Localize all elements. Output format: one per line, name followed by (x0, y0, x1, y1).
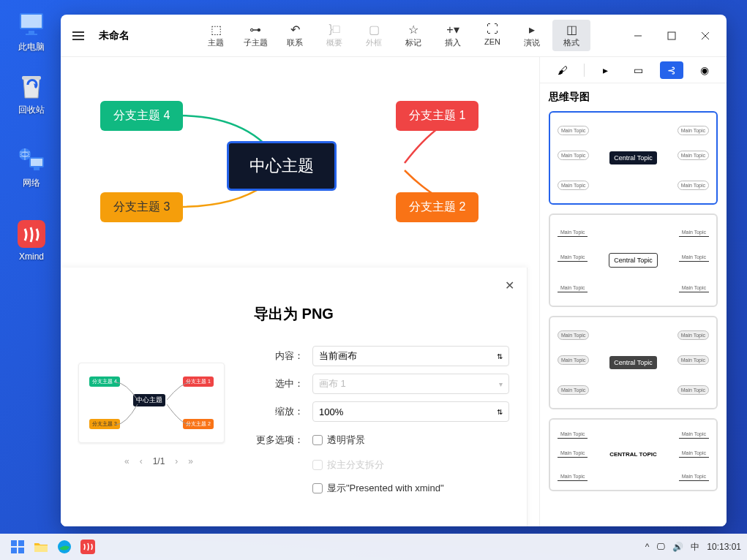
xmind-app-icon (80, 540, 95, 554)
center-node[interactable]: 中心主题 (227, 141, 337, 191)
selected-select: 画布 1▾ (312, 374, 509, 394)
branch-node-1[interactable]: 分支主题 1 (396, 101, 478, 131)
tool-summary: }□概要 (315, 20, 353, 51)
hamburger-icon (72, 31, 84, 40)
tray-time[interactable]: 10:13:01 (707, 542, 741, 552)
svg-rect-1 (21, 15, 42, 28)
edge-icon (57, 540, 72, 554)
svg-rect-3 (26, 34, 37, 35)
layout-preview-1[interactable]: Central Topic Main Topic Main Topic Main… (549, 111, 718, 205)
color-icon: ◉ (700, 64, 709, 76)
tool-present[interactable]: ▸演说 (513, 20, 551, 51)
side-heading: 思维导图 (549, 91, 718, 104)
minimize-icon (634, 31, 642, 40)
recycle-bin-icon (17, 72, 46, 101)
desktop-icon-xmind[interactable]: Xmind (6, 219, 57, 262)
branch-node-4[interactable]: 分支主题 4 (100, 101, 183, 131)
desktop-icon-recycle-bin[interactable]: 回收站 (6, 72, 57, 116)
caret-icon: ▾ (499, 380, 503, 388)
branch-node-3[interactable]: 分支主题 3 (100, 192, 183, 222)
svg-rect-8 (34, 167, 40, 170)
option-transparent[interactable]: 透明背景 (312, 434, 509, 447)
content-select[interactable]: 当前画布⇅ (312, 346, 509, 366)
tool-format[interactable]: ◫格式 (552, 20, 590, 51)
minimize-button[interactable] (623, 24, 653, 48)
subtopic-icon: ⊶ (249, 23, 261, 36)
layout-preview-4[interactable]: CENTRAL TOPIC Main Topic Main Topic Main… (549, 418, 718, 491)
menu-button[interactable] (67, 24, 90, 48)
tool-insert[interactable]: +▾插入 (434, 20, 472, 51)
maximize-button[interactable] (656, 24, 687, 48)
pager-last[interactable]: » (188, 456, 193, 466)
export-preview: 分支主题 4 分支主题 1 中心主题 分支主题 3 分支主题 2 « ‹ 1/1… (78, 282, 239, 526)
svg-rect-11 (11, 540, 17, 546)
taskbar-xmind[interactable] (76, 537, 100, 557)
network-icon (17, 145, 46, 174)
format-icon: ◫ (566, 23, 577, 36)
summary-icon: }□ (329, 23, 339, 36)
tool-subtopic[interactable]: ⊶子主题 (236, 20, 274, 51)
xmind-window: 未命名 ⬚主题 ⊶子主题 ↶联系 }□概要 ▢外框 ☆标记 +▾插入 ⛶ZEN … (61, 15, 727, 526)
tray-display-icon[interactable]: 🖵 (656, 542, 665, 552)
desktop-icon-network[interactable]: 网络 (6, 145, 57, 189)
tool-boundary: ▢外框 (355, 20, 393, 51)
side-tab-style[interactable]: 🖌 (551, 61, 574, 79)
scale-select[interactable]: 100%⇅ (312, 401, 509, 422)
svg-rect-15 (34, 545, 48, 552)
present-icon: ▸ (529, 23, 535, 36)
export-dialog: ✕ 分支主题 4 分支主题 1 中心主题 分支主题 3 分支主题 2 « (61, 268, 528, 526)
svg-rect-7 (31, 159, 42, 166)
windows-icon (11, 540, 24, 553)
side-tab-card[interactable]: ▭ (627, 61, 650, 79)
structure-icon: ⊰ (667, 64, 676, 76)
dialog-close-button[interactable]: ✕ (500, 276, 518, 294)
svg-rect-14 (18, 548, 24, 553)
svg-rect-12 (18, 540, 24, 546)
mindmap-canvas[interactable]: 分支主题 4 分支主题 1 中心主题 分支主题 3 分支主题 2 ✕ 分支主题 … (61, 57, 539, 526)
format-panel: 🖌 ▸ ▭ ⊰ ◉ 思维导图 Central Topic Main Topic … (539, 57, 727, 526)
desktop-icon-this-pc[interactable]: 此电脑 (6, 9, 57, 53)
caret-icon: ⇅ (497, 352, 503, 360)
svg-rect-13 (11, 548, 17, 553)
zen-icon: ⛶ (487, 23, 498, 36)
side-tab-color[interactable]: ◉ (693, 61, 716, 79)
layout-preview-2[interactable]: Central Topic Main Topic Main Topic Main… (549, 213, 718, 307)
monitor-icon (17, 9, 46, 38)
dialog-title: 导出为 PNG (254, 304, 509, 324)
folder-icon (34, 541, 48, 553)
branch-node-2[interactable]: 分支主题 2 (396, 192, 478, 222)
taskbar-edge[interactable] (53, 537, 76, 557)
svg-rect-2 (29, 31, 34, 34)
svg-rect-17 (80, 540, 95, 554)
start-button[interactable] (6, 537, 29, 557)
maximize-icon (667, 31, 676, 40)
pager-next[interactable]: › (175, 456, 178, 466)
play-icon: ▸ (603, 64, 608, 76)
tool-topic[interactable]: ⬚主题 (197, 20, 235, 51)
svg-rect-10 (668, 32, 675, 39)
tool-zen[interactable]: ⛶ZEN (473, 20, 511, 51)
side-tab-play[interactable]: ▸ (594, 61, 618, 79)
preview-pager: « ‹ 1/1 › » (78, 456, 239, 466)
tray-ime[interactable]: 中 (691, 541, 699, 553)
layout-preview-3[interactable]: Central Topic Main Topic Main Topic Main… (549, 316, 718, 409)
tool-marker[interactable]: ☆标记 (394, 20, 432, 51)
boundary-icon: ▢ (369, 23, 380, 36)
document-title: 未命名 (99, 29, 129, 42)
option-watermark[interactable]: 显示"Presented with xmind" (312, 482, 509, 495)
insert-icon: +▾ (446, 23, 459, 36)
pager-prev[interactable]: ‹ (140, 456, 143, 466)
tray-chevron-icon[interactable]: ^ (645, 542, 650, 552)
paint-icon: 🖌 (558, 64, 568, 76)
xmind-icon (17, 219, 46, 249)
close-button[interactable] (690, 24, 721, 48)
tool-relation[interactable]: ↶联系 (276, 20, 314, 51)
pager-first[interactable]: « (124, 456, 129, 466)
side-tab-structure[interactable]: ⊰ (660, 61, 683, 79)
toolbar: 未命名 ⬚主题 ⊶子主题 ↶联系 }□概要 ▢外框 ☆标记 +▾插入 ⛶ZEN … (61, 15, 727, 57)
taskbar-explorer[interactable] (29, 537, 53, 557)
caret-icon: ⇅ (497, 408, 503, 416)
tray-volume-icon[interactable]: 🔊 (672, 542, 683, 552)
card-icon: ▭ (634, 64, 643, 76)
option-split: 按主分支拆分 (312, 458, 509, 472)
